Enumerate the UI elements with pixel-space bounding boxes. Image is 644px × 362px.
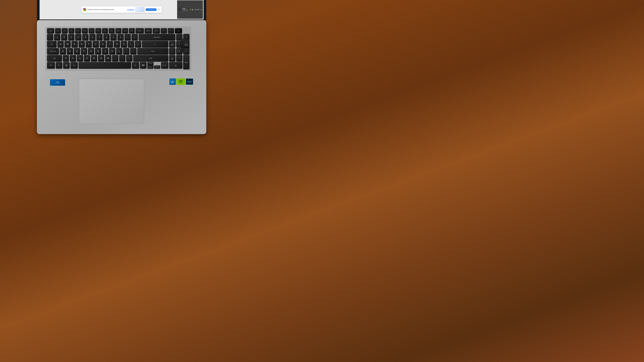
key-r[interactable]: R [78,41,85,47]
key-num5[interactable]: 5 [176,48,182,54]
key-t[interactable]: T [86,41,92,47]
key-comma[interactable]: < , [112,55,118,61]
chrome-close-icon[interactable]: × [158,8,160,11]
key-esc[interactable]: Esc [47,28,54,33]
key-capslock[interactable]: Caps Lock [47,48,59,54]
key-q[interactable]: Q [57,41,64,47]
key-s[interactable]: S [67,48,73,54]
key-num0[interactable]: 0 Ins [169,62,182,68]
key-f6[interactable]: F6 [88,28,94,33]
key-f10[interactable]: F10 [116,28,122,33]
key-0[interactable]: ) 0 [118,34,124,40]
key-y[interactable]: Y [92,41,99,47]
key-c[interactable]: C [77,55,83,61]
key-tab[interactable]: Tab [47,41,57,47]
key-num2[interactable]: 2 ↓ [176,55,182,61]
key-o[interactable]: O [114,41,120,47]
key-z[interactable]: Z [63,55,69,61]
key-j[interactable]: J [102,48,108,54]
key-backslash[interactable]: | \ [142,41,168,47]
key-numpad-div[interactable]: / [161,28,167,33]
chrome-banner-highlight: passwords [127,9,134,10]
key-f4[interactable]: F4 [75,28,81,33]
key-f9[interactable]: F9 [109,28,115,33]
key-f5[interactable]: F5 [82,28,88,33]
wifi-icon: ⚡ [190,9,192,10]
key-1[interactable]: ! 1 [54,34,60,40]
key-backspace[interactable]: Backspace [138,34,176,40]
key-lshift[interactable]: Shift [47,55,62,61]
key-num4[interactable]: 4 ← [169,48,176,54]
key-n[interactable]: N [98,55,104,61]
key-tilde[interactable]: ~ ` [47,34,53,40]
trackpad[interactable] [79,78,144,124]
chrome-download-button[interactable]: Download now [146,8,157,11]
key-semicolon[interactable]: : ; [123,48,130,54]
key-ralt[interactable]: Alt [132,62,139,68]
key-f[interactable]: F [81,48,87,54]
key-x[interactable]: X [70,55,76,61]
key-f2[interactable]: F2 ☀ [62,28,68,33]
key-power[interactable]: ⏻ [175,28,182,33]
key-num6[interactable]: 6 → [183,48,190,54]
key-prtsc[interactable]: Prt Sc [136,28,144,33]
key-slash[interactable]: ? / [126,55,132,61]
key-numenter[interactable]: Enter [183,56,190,69]
key-a[interactable]: A [60,48,66,54]
key-num1[interactable]: 1 End [169,55,176,61]
fn-key-row: Esc F1 F2 ☀ F3 F4 F5 F6 F7 F8 F9 F10 F11… [47,28,190,33]
key-9[interactable]: ( 9 [110,34,117,40]
key-2[interactable]: @ 2 [61,34,68,40]
key-pgup-arrow[interactable]: ▲ Pg Up [147,62,154,65]
key-4[interactable]: $ 4 [75,34,82,40]
tray-expand-icon[interactable]: ▲ [200,9,202,10]
key-lctrl[interactable]: Ctrl [47,62,55,68]
key-l[interactable]: L [116,48,122,54]
key-v[interactable]: V [84,55,90,61]
key-lalt[interactable]: Alt [70,62,78,68]
key-5[interactable]: % 5 [82,34,88,40]
key-end-arrow[interactable]: End ► [161,62,168,68]
key-numpad-mul[interactable]: * [168,28,174,33]
key-7[interactable]: & 7 [96,34,103,40]
key-m[interactable]: M [105,55,111,61]
key-b[interactable]: B [91,55,97,61]
key-rbracket[interactable]: } ] [135,41,141,47]
key-home-arrow[interactable]: ◄ Home [147,65,154,68]
key-p[interactable]: P [121,41,127,47]
key-i[interactable]: I [107,41,113,47]
key-space[interactable] [78,62,131,68]
key-period[interactable]: > . [119,55,126,61]
key-num9[interactable]: 9 Pg Up [183,41,190,47]
key-8[interactable]: * 8 [103,34,110,40]
key-rshift[interactable]: Shift [133,55,168,61]
key-g[interactable]: G [88,48,94,54]
key-lbracket[interactable]: { [ [128,41,134,47]
key-win[interactable]: ⊞ [63,62,70,68]
key-f8[interactable]: F8 [102,28,108,33]
key-enter[interactable]: Enter [137,48,168,54]
key-quote[interactable]: " ' [130,48,136,54]
key-del-fn[interactable]: Del [152,28,160,33]
key-f11[interactable]: F11 [122,28,128,33]
key-f12[interactable]: F12 [129,28,135,33]
key-pgdn-arrow[interactable]: ▼ Pg Dn [154,65,160,68]
key-f1[interactable]: F1 [55,28,61,33]
key-insert[interactable]: Insert [144,28,152,33]
key-equal[interactable]: + = [132,34,138,40]
key-3[interactable]: # 3 [68,34,74,40]
key-d[interactable]: D [74,48,80,54]
key-u[interactable]: U [100,41,106,47]
key-f3[interactable]: F3 [68,28,74,33]
key-minus[interactable]: — - [124,34,131,40]
key-k[interactable]: K [109,48,116,54]
key-num8[interactable]: 8 ↑ [176,41,182,47]
key-num7[interactable]: 7 Home [169,41,176,47]
key-fn[interactable]: Fn [56,62,62,68]
key-e[interactable]: E [72,41,78,47]
key-h[interactable]: H [95,48,101,54]
key-6[interactable]: ^ 6 [89,34,96,40]
key-w[interactable]: W [64,41,71,47]
key-f7[interactable]: F7 [95,28,101,33]
key-context[interactable]: ⌨ [140,62,146,68]
